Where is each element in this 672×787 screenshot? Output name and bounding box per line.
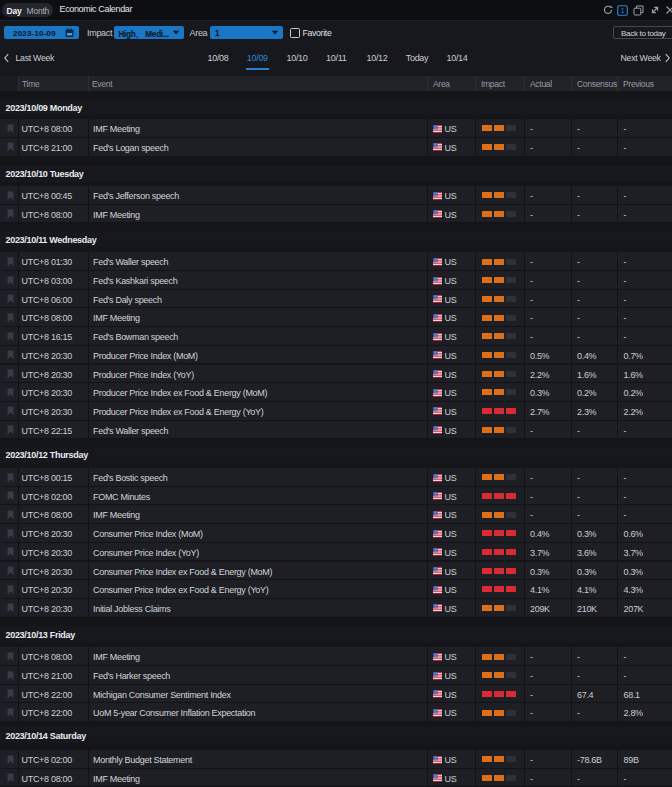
svg-text:1: 1 — [621, 7, 625, 14]
